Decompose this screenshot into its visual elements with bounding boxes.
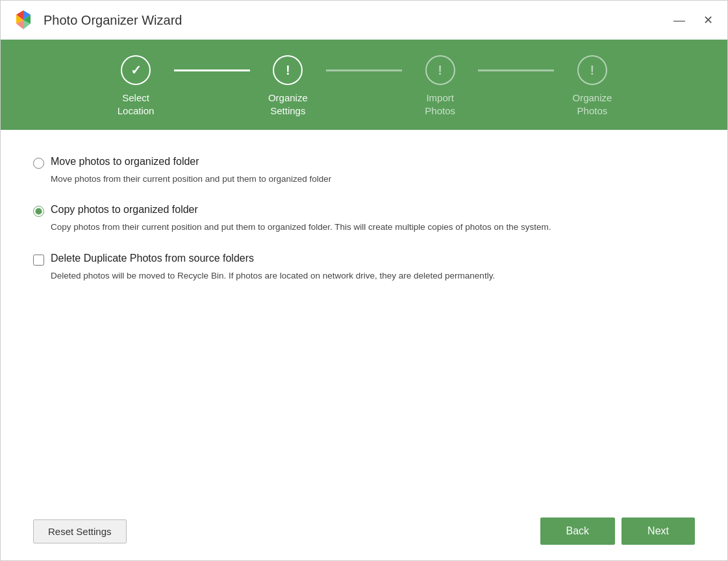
move-option-section: Move photos to organized folder Move pho… (33, 156, 695, 186)
delete-checkbox[interactable] (33, 255, 44, 266)
step-import-photos: ! ImportPhotos (402, 55, 478, 117)
window-controls: — ✕ (670, 13, 717, 27)
step-label-4: OrganizePhotos (572, 92, 612, 117)
step-circle-1: ✓ (121, 55, 151, 85)
connector-1 (174, 69, 250, 71)
step-circle-3: ! (425, 55, 455, 85)
connector-3 (478, 69, 554, 71)
move-option-row: Move photos to organized folder (33, 156, 695, 169)
bottom-bar: Reset Settings Back Next (1, 507, 727, 560)
copy-option-section: Copy photos to organized folder Copy pho… (33, 204, 695, 234)
step-label-2: OrganizeSettings (268, 92, 308, 117)
reset-settings-button[interactable]: Reset Settings (33, 519, 127, 543)
copy-option-row: Copy photos to organized folder (33, 204, 695, 217)
close-button[interactable]: ✕ (699, 13, 717, 27)
step-label-3: ImportPhotos (425, 92, 455, 117)
stepper-banner: ✓ SelectLocation ! OrganizeSettings ! Im… (1, 40, 727, 130)
minimize-button[interactable]: — (670, 13, 689, 27)
delete-option-label[interactable]: Delete Duplicate Photos from source fold… (51, 253, 254, 264)
step-circle-4: ! (577, 55, 607, 85)
step-label-1: SelectLocation (118, 92, 155, 117)
copy-radio[interactable] (33, 206, 44, 217)
copy-option-label[interactable]: Copy photos to organized folder (51, 204, 198, 216)
move-option-desc: Move photos from their current position … (51, 173, 695, 186)
app-logo (11, 8, 36, 32)
title-bar: Photo Organizer Wizard — ✕ (1, 1, 727, 40)
main-content: Move photos to organized folder Move pho… (1, 130, 727, 507)
delete-option-desc: Deleted photos will be moved to Recycle … (51, 269, 695, 282)
step-circle-2: ! (273, 55, 303, 85)
step-select-location: ✓ SelectLocation (98, 55, 174, 117)
connector-2 (326, 69, 402, 71)
delete-option-section: Delete Duplicate Photos from source fold… (33, 253, 695, 282)
step-organize-settings: ! OrganizeSettings (250, 55, 326, 117)
nav-buttons: Back Next (540, 517, 695, 545)
delete-option-row: Delete Duplicate Photos from source fold… (33, 253, 695, 266)
move-option-label[interactable]: Move photos to organized folder (51, 156, 199, 168)
app-title: Photo Organizer Wizard (44, 13, 670, 28)
step-organize-photos: ! OrganizePhotos (554, 55, 630, 117)
back-button[interactable]: Back (540, 517, 616, 545)
copy-option-desc: Copy photos from their current position … (51, 221, 695, 234)
stepper: ✓ SelectLocation ! OrganizeSettings ! Im… (98, 55, 631, 117)
move-radio[interactable] (33, 158, 44, 169)
next-button[interactable]: Next (621, 517, 695, 545)
